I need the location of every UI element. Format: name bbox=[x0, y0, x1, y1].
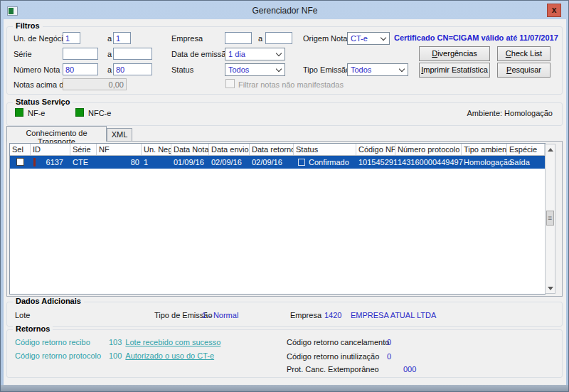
data-emissao-select[interactable]: 1 dia bbox=[225, 48, 285, 60]
numero-nota-to-input[interactable] bbox=[113, 63, 152, 75]
numero-nota-label: Número Nota bbox=[14, 65, 60, 74]
tipo-emissao-select[interactable]: Todos bbox=[347, 63, 408, 76]
retornos-legend: Retornos bbox=[13, 324, 53, 333]
retorno-cancelamento-value: 0 bbox=[387, 338, 391, 346]
imprimir-estatistica-button[interactable]: Imprimir Estatística bbox=[419, 63, 490, 78]
nfe-status-label: NF-e bbox=[28, 109, 45, 117]
row-numero-protocolo-cell: 143160000449497 bbox=[395, 156, 462, 169]
serie-from-input[interactable] bbox=[63, 48, 98, 60]
empresa-from-input[interactable] bbox=[225, 32, 252, 44]
row-un-neg-cell: 1 bbox=[142, 156, 171, 169]
retorno-recibo-row: Código retorno recibo 103 Lote recebido … bbox=[15, 338, 220, 346]
chevron-down-icon bbox=[276, 51, 282, 56]
check-list-button[interactable]: Check List bbox=[497, 46, 551, 61]
window-title: Gerenciador NFe bbox=[1, 6, 568, 16]
retorno-protocolo-link[interactable]: Autorizado o uso do CT-e bbox=[125, 351, 214, 360]
filters-legend: Filtros bbox=[13, 21, 43, 30]
origem-nota-label: Origem Nota bbox=[303, 34, 347, 43]
row-marker bbox=[33, 158, 36, 166]
lote-label: Lote bbox=[15, 311, 30, 319]
tipo-emissao-label: Tipo Emissão bbox=[303, 65, 350, 74]
prot-canc-value: 000 bbox=[403, 365, 416, 374]
un-negocio-to-input[interactable] bbox=[113, 32, 131, 44]
close-button[interactable]: x bbox=[547, 4, 561, 17]
col-data-envio[interactable]: Data envio bbox=[209, 144, 250, 155]
col-codigo-nfe[interactable]: Código NFe bbox=[356, 144, 395, 155]
col-status[interactable]: Status bbox=[294, 144, 356, 155]
un-negocio-label: Un. de Negócio bbox=[14, 34, 68, 43]
retorno-protocolo-label: Código retorno protocolo bbox=[15, 351, 109, 360]
row-especie-cell: Saída bbox=[507, 156, 545, 169]
window-gerenciador-nfe: Gerenciador NFe x Filtros Un. de Negócio… bbox=[0, 0, 569, 392]
col-data-nota[interactable]: Data Nota bbox=[171, 144, 209, 155]
empresa-nome-value: EMPRESA ATUAL LTDA bbox=[351, 311, 436, 319]
tipo-emissao-info-value: 1 - Normal bbox=[202, 311, 238, 319]
col-tipo-ambiente[interactable]: Tipo ambiente bbox=[462, 144, 507, 155]
empresa-label: Empresa bbox=[171, 34, 203, 43]
retorno-cancelamento-label: Código retorno cancelamento bbox=[287, 338, 387, 346]
notas-acima-input bbox=[63, 78, 127, 90]
serie-to-input[interactable] bbox=[113, 48, 152, 60]
scroll-up-icon bbox=[548, 148, 553, 152]
col-data-retorno[interactable]: Data retorno bbox=[250, 144, 294, 155]
row-nf-cell: 80 bbox=[97, 156, 142, 169]
dados-adicionais-legend: Dados Adicionais bbox=[13, 297, 84, 305]
row-data-retorno-cell: 02/09/16 bbox=[250, 156, 294, 169]
notas-acima-label: Notas acima de bbox=[14, 80, 68, 89]
retorno-protocolo-code: 100 bbox=[109, 351, 122, 360]
range-sep: a bbox=[258, 34, 262, 43]
status-checkbox[interactable] bbox=[298, 159, 305, 166]
status-value: Todos bbox=[228, 65, 249, 74]
scroll-down-button[interactable] bbox=[546, 283, 555, 293]
col-un-neg[interactable]: Un. Neg. bbox=[142, 144, 171, 155]
table-header: Sel ID Série NF Un. Neg. Data Nota Data … bbox=[10, 144, 545, 156]
tab-conhecimento-transporte[interactable]: Conhecimento de Transporte bbox=[6, 126, 107, 142]
prot-canc-label: Prot. Canc. Extemporâneo bbox=[287, 365, 387, 374]
prot-canc-row: Prot. Canc. Extemporâneo 000 bbox=[287, 365, 416, 374]
data-emissao-label: Data de emissão bbox=[171, 50, 230, 58]
chevron-down-icon bbox=[276, 66, 282, 72]
origem-nota-value: CT-e bbox=[351, 34, 368, 43]
col-serie[interactable]: Série bbox=[70, 144, 97, 155]
pesquisar-button[interactable]: Pesquisar bbox=[497, 63, 551, 78]
col-especie[interactable]: Espécie bbox=[507, 144, 545, 155]
row-checkbox[interactable] bbox=[16, 158, 24, 166]
chevron-down-icon bbox=[399, 66, 405, 72]
scrollbar-thumb[interactable]: ≡ bbox=[546, 211, 554, 226]
scroll-up-button[interactable] bbox=[546, 144, 555, 154]
col-nf[interactable]: NF bbox=[97, 144, 142, 155]
table-row[interactable]: 6137 CTE 80 1 01/09/16 02/09/16 02/09/16… bbox=[10, 156, 545, 169]
retorno-recibo-link[interactable]: Lote recebido com sucesso bbox=[125, 338, 220, 346]
scroll-down-icon bbox=[548, 287, 553, 290]
row-id-cell: 6137 bbox=[31, 156, 70, 169]
numero-nota-from-input[interactable] bbox=[63, 63, 98, 75]
serie-label: Série bbox=[14, 50, 32, 58]
manifestadas-label: Filtrar notas não manifestadas bbox=[238, 80, 344, 89]
tipo-emissao-value: Todos bbox=[351, 65, 371, 74]
col-sel[interactable]: Sel bbox=[10, 144, 31, 155]
row-data-nota-cell: 01/09/16 bbox=[171, 156, 209, 169]
row-codigo-nfe-cell: 101545291 bbox=[356, 156, 395, 169]
nfce-status-label: NFC-e bbox=[88, 109, 111, 117]
empresa-codigo-value: 1420 bbox=[324, 311, 341, 319]
col-numero-protocolo[interactable]: Número protocolo bbox=[395, 144, 462, 155]
divergencias-button[interactable]: Divergências bbox=[419, 46, 490, 61]
retorno-inutilizacao-row: Código retorno inutilização 0 bbox=[287, 352, 391, 361]
status-servico-legend: Status Serviço bbox=[13, 97, 73, 106]
row-serie-cell: CTE bbox=[70, 156, 97, 169]
manifestadas-checkbox bbox=[225, 79, 235, 88]
nfe-status-indicator bbox=[15, 108, 23, 117]
retorno-inutilizacao-label: Código retorno inutilização bbox=[287, 352, 387, 361]
row-data-envio-cell: 02/09/16 bbox=[209, 156, 250, 169]
status-filter-label: Status bbox=[171, 65, 193, 74]
col-id[interactable]: ID bbox=[31, 144, 70, 155]
vertical-scrollbar[interactable]: ≡ bbox=[545, 144, 555, 294]
row-status-cell: Confirmado bbox=[294, 156, 356, 169]
range-sep: a bbox=[107, 34, 112, 43]
empresa-to-input[interactable] bbox=[265, 32, 292, 44]
un-negocio-from-input[interactable] bbox=[63, 32, 80, 44]
tab-xml[interactable]: XML bbox=[107, 128, 132, 142]
origem-nota-select[interactable]: CT-e bbox=[347, 32, 390, 45]
status-select[interactable]: Todos bbox=[225, 63, 285, 76]
nfce-status-indicator bbox=[75, 108, 84, 117]
